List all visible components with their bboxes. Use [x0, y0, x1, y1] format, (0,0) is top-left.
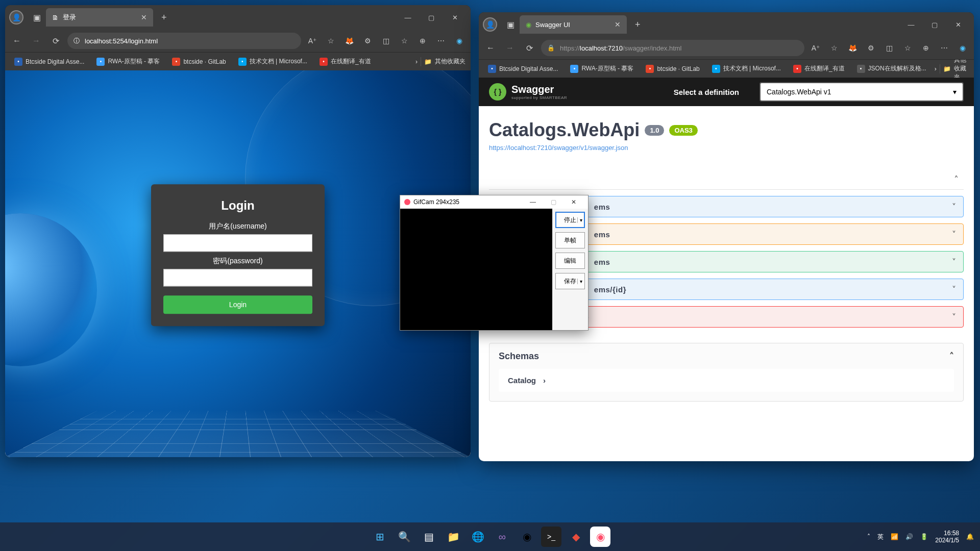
favorite-icon[interactable]: ☆ [827, 41, 841, 55]
bookmark-item[interactable]: •btcside · GitLab [168, 56, 230, 68]
new-tab-button[interactable]: + [156, 12, 172, 23]
site-info-icon[interactable]: ⓘ [74, 37, 80, 45]
other-bookmarks[interactable]: 其他收藏夹 [954, 59, 969, 78]
browser-tab[interactable]: 🗎 登录 ✕ [46, 8, 153, 27]
close-tab-icon[interactable]: ✕ [141, 13, 147, 21]
browser-tab[interactable]: ◉ Swagger UI ✕ [520, 15, 627, 34]
start-button[interactable]: ⊞ [370, 527, 390, 547]
bookmark-item[interactable]: •在线翻译_有道 [789, 62, 849, 75]
app-button[interactable]: ◆ [566, 527, 586, 547]
wifi-icon[interactable]: 📶 [891, 533, 898, 540]
bookmark-item[interactable]: •RWA-原型稿 - 摹客 [92, 55, 164, 68]
address-bar: ← → ⟳ ⓘ localhost:5254/login.html A⁺ ☆ 🦊… [5, 30, 471, 52]
login-button[interactable]: Login [163, 295, 312, 314]
gifcam-frame-button[interactable]: 单帧 [555, 232, 585, 248]
other-bookmarks[interactable]: 其他收藏夹 [435, 57, 465, 66]
profile-avatar[interactable]: 👤 [9, 10, 23, 24]
maximize-button[interactable]: ▢ [543, 198, 564, 206]
forward-button[interactable]: → [502, 40, 518, 56]
more-icon[interactable]: ⋯ [937, 41, 951, 55]
extension-icon[interactable]: 🦊 [342, 34, 356, 48]
bookmark-item[interactable]: •Btcside Digital Asse... [10, 56, 88, 68]
task-view-button[interactable]: ▤ [419, 527, 439, 547]
extension-icon[interactable]: 🦊 [845, 41, 860, 55]
close-tab-icon[interactable]: ✕ [615, 20, 621, 29]
favorites-bar-icon[interactable]: ☆ [900, 41, 915, 55]
definition-select-label: Select a definition [674, 88, 739, 96]
terminal-button[interactable]: >_ [541, 527, 561, 547]
visual-studio-button[interactable]: ∞ [492, 527, 512, 547]
gifcam-titlebar[interactable]: GifCam 294x235 — ▢ ✕ [400, 195, 588, 209]
favorite-icon[interactable]: ☆ [324, 34, 338, 48]
clock[interactable]: 16:58 2024/1/5 [935, 530, 959, 544]
maximize-button[interactable]: ▢ [420, 9, 443, 26]
swagger-json-link[interactable]: https://localhost:7210/swagger/v1/swagge… [489, 144, 964, 152]
maximize-button[interactable]: ▢ [923, 16, 946, 33]
new-tab-button[interactable]: + [630, 19, 646, 30]
password-input[interactable] [163, 269, 312, 286]
split-screen-icon[interactable]: ◫ [379, 34, 393, 48]
forward-button[interactable]: → [29, 33, 44, 48]
favorites-bar-icon[interactable]: ☆ [397, 34, 411, 48]
read-aloud-icon[interactable]: A⁺ [808, 41, 823, 55]
bookmark-item[interactable]: •JSON在线解析及格... [853, 62, 930, 75]
more-icon[interactable]: ⋯ [434, 34, 448, 48]
gifcam-stop-button[interactable]: 停止 [555, 212, 585, 228]
profile-avatar[interactable]: 👤 [483, 17, 497, 32]
page-icon: ◉ [526, 21, 531, 29]
file-explorer-button[interactable]: 📁 [443, 527, 463, 547]
bookmark-item[interactable]: •技术文档 | Microsof... [708, 62, 785, 75]
bookmark-item[interactable]: •技术文档 | Microsof... [234, 55, 311, 68]
workspaces-icon[interactable]: ▣ [504, 20, 517, 30]
search-button[interactable]: 🔍 [394, 527, 414, 547]
bookmark-item[interactable]: •btcside · GitLab [642, 63, 703, 75]
gifcam-app-icon [404, 199, 410, 205]
minimize-button[interactable]: — [899, 16, 923, 33]
minimize-button[interactable]: — [396, 9, 420, 26]
ime-indicator[interactable]: 英 [877, 533, 884, 541]
bookmark-item[interactable]: •在线翻译_有道 [315, 55, 375, 68]
bookmarks-overflow-icon[interactable]: › [935, 65, 937, 72]
collections-icon[interactable]: ⊕ [415, 34, 430, 48]
url-input[interactable]: ⓘ localhost:5254/login.html [67, 33, 301, 49]
url-input[interactable]: 🔒 https://localhost:7210/swagger/index.h… [541, 40, 804, 56]
bookmark-item[interactable]: •Btcside Digital Asse... [484, 63, 562, 75]
username-input[interactable] [163, 234, 312, 252]
collections-icon[interactable]: ⊕ [919, 41, 933, 55]
schemas-header[interactable]: Schemas ˄ [489, 343, 963, 369]
swagger-logo-icon: { } [489, 83, 506, 101]
schema-item[interactable]: Catalog › [499, 369, 954, 392]
back-button[interactable]: ← [483, 40, 498, 56]
notifications-icon[interactable]: 🔔 [966, 533, 974, 540]
copilot-icon[interactable]: ◉ [955, 41, 970, 55]
bookmark-favicon-icon: • [238, 58, 247, 66]
split-screen-icon[interactable]: ◫ [882, 41, 896, 55]
gifcam-edit-button[interactable]: 编辑 [555, 253, 585, 269]
tag-header[interactable]: ˄ [489, 170, 964, 190]
lock-icon[interactable]: 🔒 [547, 44, 555, 52]
refresh-button[interactable]: ⟳ [522, 40, 537, 56]
extensions-icon[interactable]: ⚙ [864, 41, 878, 55]
close-button[interactable]: ✕ [946, 16, 970, 33]
volume-icon[interactable]: 🔊 [905, 533, 913, 540]
bookmarks-bar: •Btcside Digital Asse...•RWA-原型稿 - 摹客•bt… [5, 52, 471, 70]
gifcam-save-button[interactable]: 保存 [555, 273, 585, 289]
bookmarks-overflow-icon[interactable]: › [415, 58, 418, 65]
close-button[interactable]: ✕ [564, 198, 584, 206]
definition-select[interactable]: Catalogs.WebApi v1 ▾ [760, 82, 964, 102]
back-button[interactable]: ← [9, 33, 24, 48]
extensions-icon[interactable]: ⚙ [360, 34, 375, 48]
workspaces-icon[interactable]: ▣ [31, 13, 43, 22]
chrome-button[interactable]: ◉ [517, 527, 537, 547]
close-button[interactable]: ✕ [443, 9, 467, 26]
bookmark-item[interactable]: •RWA-原型稿 - 摹客 [566, 62, 638, 75]
tray-overflow-icon[interactable]: ˄ [867, 533, 870, 540]
read-aloud-icon[interactable]: A⁺ [305, 34, 320, 48]
page-icon: 🗎 [52, 14, 59, 21]
refresh-button[interactable]: ⟳ [48, 33, 63, 48]
minimize-button[interactable]: — [523, 198, 543, 206]
copilot-icon[interactable]: ◉ [452, 34, 467, 48]
edge-button[interactable]: 🌐 [468, 527, 488, 547]
gifcam-taskbar-button[interactable]: ◉ [590, 527, 610, 547]
battery-icon[interactable]: 🔋 [920, 533, 928, 540]
